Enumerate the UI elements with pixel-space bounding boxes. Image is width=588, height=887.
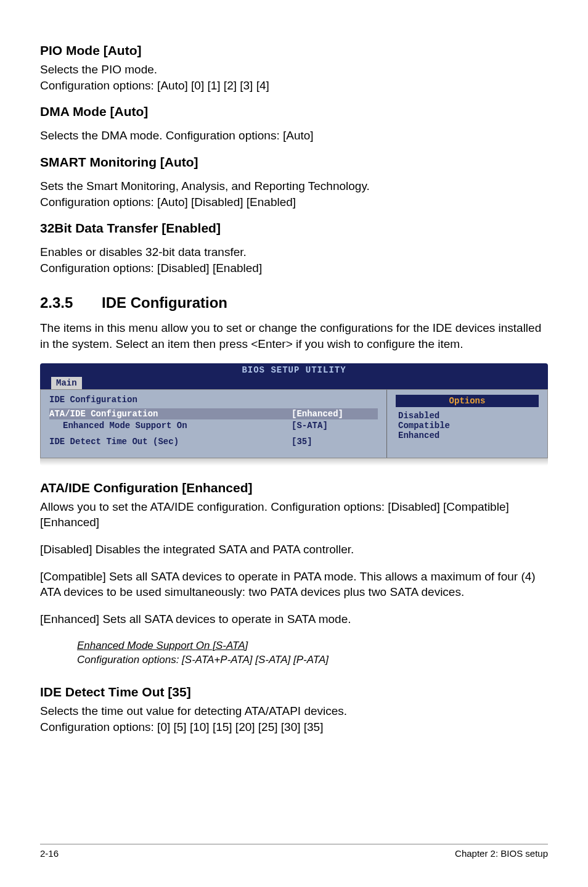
bios-body: IDE Configuration ATA/IDE Configuration …	[40, 389, 548, 458]
heading-ata-ide-config: ATA/IDE Configuration [Enhanced]	[40, 481, 548, 495]
bios-value-detect: [35]	[292, 437, 378, 447]
italic-line1: Enhanced Mode Support On [S-ATA]	[77, 638, 548, 653]
chapter-label: Chapter 2: BIOS setup	[455, 848, 548, 859]
bios-panel-title: IDE Configuration	[49, 395, 378, 405]
heading-pio-mode: PIO Mode [Auto]	[40, 43, 548, 58]
italic-line2: Configuration options: [S-ATA+P-ATA] [S-…	[77, 653, 548, 667]
page-footer: 2-16 Chapter 2: BIOS setup	[40, 844, 548, 859]
bios-setup-screenshot: BIOS SETUP UTILITY Main IDE Configuratio…	[40, 363, 548, 466]
bios-value-ata-ide: [Enhanced]	[292, 409, 378, 419]
text-ide-config-intro: The items in this menu allow you to set …	[40, 320, 548, 352]
bios-option-disabled[interactable]: Disabled	[396, 411, 539, 421]
heading-number: 2.3.5	[40, 294, 102, 311]
page-number: 2-16	[40, 848, 59, 859]
bios-header: BIOS SETUP UTILITY Main	[40, 363, 548, 389]
bios-left-panel: IDE Configuration ATA/IDE Configuration …	[41, 390, 387, 458]
bios-label-detect: IDE Detect Time Out (Sec)	[49, 437, 292, 447]
text-dma-mode-desc: Selects the DMA mode. Configuration opti…	[40, 128, 548, 144]
bios-row-enhanced-mode[interactable]: Enhanced Mode Support On [S-ATA]	[49, 421, 378, 431]
text-pio-mode-options: Configuration options: [Auto] [0] [1] [2…	[40, 78, 548, 94]
heading-32bit: 32Bit Data Transfer [Enabled]	[40, 221, 548, 236]
heading-smart-monitoring: SMART Monitoring [Auto]	[40, 155, 548, 170]
text-smart-options: Configuration options: [Auto] [Disabled]…	[40, 194, 548, 210]
bios-options-header: Options	[396, 395, 539, 407]
bios-title: BIOS SETUP UTILITY	[40, 363, 548, 375]
bios-option-enhanced[interactable]: Enhanced	[396, 431, 539, 440]
text-32bit-options: Configuration options: [Disabled] [Enabl…	[40, 260, 548, 276]
text-ata-p4: [Enhanced] Sets all SATA devices to oper…	[40, 611, 548, 627]
heading-ide-detect: IDE Detect Time Out [35]	[40, 685, 548, 699]
bios-label-ata-ide: ATA/IDE Configuration	[49, 409, 292, 419]
heading-dma-mode: DMA Mode [Auto]	[40, 104, 548, 119]
bios-value-enhanced: [S-ATA]	[292, 421, 378, 431]
text-ide-detect-desc: Selects the time out value for detecting…	[40, 703, 548, 719]
bios-row-detect-time[interactable]: IDE Detect Time Out (Sec) [35]	[49, 437, 378, 447]
italic-enhanced-mode: Enhanced Mode Support On [S-ATA] Configu…	[77, 638, 548, 668]
bios-option-compatible[interactable]: Compatible	[396, 421, 539, 431]
heading-ide-configuration: 2.3.5IDE Configuration	[40, 294, 548, 311]
text-ata-p3: [Compatible] Sets all SATA devices to op…	[40, 569, 548, 600]
text-smart-desc: Sets the Smart Monitoring, Analysis, and…	[40, 178, 548, 194]
bios-label-enhanced: Enhanced Mode Support On	[49, 421, 292, 431]
text-32bit-desc: Enables or disables 32-bit data transfer…	[40, 244, 548, 260]
heading-title-text: IDE Configuration	[102, 294, 227, 311]
text-pio-mode-desc: Selects the PIO mode.	[40, 62, 548, 78]
text-ide-detect-options: Configuration options: [0] [5] [10] [15]…	[40, 719, 548, 735]
text-ata-p2: [Disabled] Disables the integrated SATA …	[40, 542, 548, 558]
bios-row-ata-ide-config[interactable]: ATA/IDE Configuration [Enhanced]	[49, 408, 378, 419]
bios-right-panel: Options Disabled Compatible Enhanced	[387, 390, 547, 458]
bios-tab-main[interactable]: Main	[51, 377, 82, 389]
text-ata-p1: Allows you to set the ATA/IDE configurat…	[40, 499, 548, 530]
